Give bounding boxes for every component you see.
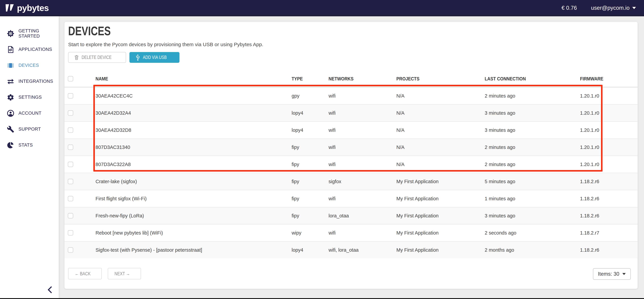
cell-networks: lora_otaa [328, 213, 396, 218]
cell-type: fipy [292, 196, 328, 202]
code-file-icon [7, 46, 14, 54]
table-row[interactable]: Reboot [new pybytes lib] (WiFi)wipywifiM… [64, 224, 638, 241]
cell-firmware: 1.20.1.r0 [580, 144, 638, 150]
wrench-icon [7, 126, 14, 133]
cell-name: Reboot [new pybytes lib] (WiFi) [96, 230, 292, 236]
add-via-usb-button[interactable]: ADD VIA USB [130, 52, 180, 63]
column-header-type: TYPE [292, 76, 328, 82]
column-header-projects: PROJECTS [396, 76, 485, 82]
sidebar-item-integrations[interactable]: INTEGRATIONS [0, 73, 59, 89]
cell-firmware: 1.18.2.r6 [580, 247, 638, 253]
column-header-networks: NETWORKS [328, 76, 396, 82]
chip-icon [7, 62, 14, 69]
cell-projects: My First Application [396, 213, 485, 218]
chevron-down-icon [632, 7, 636, 9]
delete-device-button[interactable]: DELETE DEVICE [68, 52, 126, 63]
cell-name: 30AEA42D32A4 [96, 110, 292, 116]
table-row[interactable]: 30AEA42D32A4lopy4wifiN/A3 minutes ago1.2… [64, 104, 638, 122]
cell-name: 807D3AC322A8 [96, 162, 292, 167]
next-button[interactable]: NEXT → [108, 268, 141, 279]
top-bar: pybytes € 0.76 user@pycom.io [0, 0, 644, 16]
cell-last_connection: 2 months ago [485, 247, 580, 253]
pybytes-logo: pybytes [5, 3, 49, 13]
row-checkbox[interactable] [68, 93, 73, 98]
sidebar-item-label: GETTING STARTED [18, 28, 59, 39]
table-row[interactable]: 30AEA42D32D8lopy4wifiN/A3 minutes ago1.2… [64, 122, 638, 138]
cell-type: lopy4 [292, 128, 328, 133]
column-header-name: NAME [96, 76, 292, 82]
collapse-sidebar-icon[interactable] [46, 285, 55, 294]
cell-name: 30AEA42D32D8 [96, 128, 292, 133]
sidebar-item-stats[interactable]: STATS [0, 137, 59, 153]
sidebar-item-applications[interactable]: APPLICATIONS [0, 42, 59, 58]
sidebar-item-label: ACCOUNT [18, 111, 42, 116]
sidebar-item-label: APPLICATIONS [18, 47, 52, 52]
row-checkbox[interactable] [68, 162, 73, 167]
cell-last_connection: 5 minutes ago [485, 179, 580, 184]
table-row[interactable]: Fresh-new-fipy (LoRa)fipylora_otaaMy Fir… [64, 207, 638, 224]
cell-last_connection: 3 minutes ago [485, 110, 580, 116]
gear-icon [7, 94, 14, 101]
table-row[interactable]: 807D3AC31340fipywifiN/A2 minutes ago1.20… [64, 138, 638, 156]
cell-last_connection: 2 minutes ago [485, 144, 580, 150]
cell-firmware: 1.18.2.r6 [580, 196, 638, 202]
pie-chart-icon [7, 141, 14, 149]
sidebar-item-account[interactable]: ACCOUNT [0, 105, 59, 121]
cell-type: fipy [292, 162, 328, 167]
row-checkbox[interactable] [68, 247, 73, 253]
cell-name: 30AEA42CEC4C [96, 93, 292, 99]
row-checkbox[interactable] [68, 110, 73, 116]
row-checkbox[interactable] [68, 230, 73, 236]
column-header-last-connection: LAST CONNECTION [485, 76, 580, 82]
cell-networks: wifi [328, 230, 396, 236]
table-row[interactable]: 807D3AC322A8fipywifiN/A2 minutes ago1.20… [64, 156, 638, 173]
table-row[interactable]: 30AEA42CEC4CgpywifiN/A2 minutes ago1.20.… [64, 87, 638, 104]
sidebar-item-settings[interactable]: SETTINGS [0, 89, 59, 105]
cell-type: fipy [292, 144, 328, 150]
cell-projects: N/A [396, 110, 485, 116]
cell-projects: N/A [396, 144, 485, 150]
cell-name: Fresh-new-fipy (LoRa) [96, 213, 292, 218]
table-header-row: NAME TYPE NETWORKS PROJECTS LAST CONNECT… [64, 71, 638, 87]
trash-icon [74, 55, 79, 60]
row-checkbox[interactable] [68, 128, 73, 133]
row-checkbox[interactable] [68, 179, 73, 184]
sidebar-item-support[interactable]: SUPPORT [0, 121, 59, 137]
cell-type: lopy4 [292, 247, 328, 253]
row-checkbox[interactable] [68, 196, 73, 201]
cell-firmware: 1.20.1.r0 [580, 93, 638, 99]
cell-networks: wifi [328, 144, 396, 150]
cell-firmware: 1.20.1.r0 [580, 110, 638, 116]
cell-networks: wifi, lora_otaa [328, 247, 396, 253]
table-row[interactable]: Sigfox-test (with Pysense) - [pastoor pe… [64, 241, 638, 258]
cell-name: First flight sigfox (Wi-Fi) [96, 196, 292, 202]
cell-firmware: 1.20.1.r0 [580, 162, 638, 167]
cell-last_connection: 2 minutes ago [485, 93, 580, 99]
cell-projects: N/A [396, 162, 485, 167]
items-per-page-dropdown[interactable]: Items: 30 [593, 268, 631, 280]
cell-firmware: 1.18.2.r6 [580, 213, 638, 218]
row-checkbox[interactable] [68, 213, 73, 218]
sidebar-item-devices[interactable]: DEVICES [0, 58, 59, 73]
delete-device-label: DELETE DEVICE [82, 54, 112, 60]
page-subtitle: Start to explore the Pycom devices by pr… [68, 42, 634, 47]
cell-projects: My First Application [396, 179, 485, 184]
sun-icon [7, 30, 14, 38]
select-all-checkbox[interactable] [68, 76, 73, 82]
cell-projects: My First Application [396, 247, 485, 253]
user-menu[interactable]: user@pycom.io [591, 5, 636, 11]
cell-networks: wifi [328, 110, 396, 116]
cell-type: fipy [292, 213, 328, 218]
items-per-page-label: Items: 30 [598, 271, 620, 277]
cell-projects: My First Application [396, 230, 485, 236]
cell-networks: sigfox [328, 179, 396, 184]
sidebar-item-getting-started[interactable]: GETTING STARTED [0, 26, 59, 42]
sidebar-item-label: INTEGRATIONS [18, 79, 53, 84]
logo-text: pybytes [17, 3, 49, 13]
table-row[interactable]: First flight sigfox (Wi-Fi)fipywifiMy Fi… [64, 190, 638, 207]
row-checkbox[interactable] [68, 144, 73, 150]
sidebar-item-label: STATS [18, 142, 33, 148]
sidebar-item-label: SETTINGS [18, 95, 42, 100]
table-row[interactable]: Crater-lake (sigfox)fipysigfoxMy First A… [64, 173, 638, 190]
back-button[interactable]: ← BACK [68, 268, 102, 279]
